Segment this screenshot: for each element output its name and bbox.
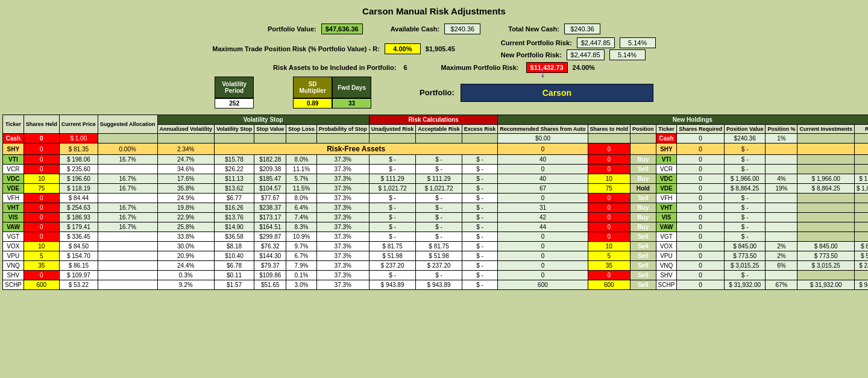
- cell-rec-shares: 44: [498, 222, 588, 232]
- table-row: VPU 5 $ 154.70 20.9% $10.40 $144.30 6.7%…: [3, 251, 869, 261]
- cell-accept-risk: $ 1,021.72: [416, 184, 462, 194]
- cell-shares-held: 0: [24, 143, 59, 155]
- cell-pos-val: $ 3,015.25: [724, 261, 766, 271]
- cell-position: Sell: [631, 251, 656, 261]
- cell-price: $ 109.97: [59, 271, 98, 280]
- cell-ticker2: VTI: [656, 155, 677, 165]
- cell-rec-shares: 0: [498, 251, 588, 261]
- cell-shares-hold: 35: [588, 261, 631, 271]
- cell-accept-risk: $ -: [416, 155, 462, 165]
- cell-price: $ 154.70: [59, 251, 98, 261]
- risk-assets-val: 6: [403, 64, 407, 71]
- col-stop-val: Stop Value: [254, 125, 286, 134]
- cell-shares-req: 0: [677, 155, 725, 165]
- cell-shares-req: 0: [677, 134, 725, 143]
- cell-pos-pct: 19%: [766, 184, 797, 194]
- cell-stop-val: $238.37: [254, 203, 286, 213]
- cell-risk: [854, 232, 868, 242]
- cell-stop-loss: [286, 134, 317, 143]
- cell-pos-pct: [766, 232, 797, 242]
- cell-pos-pct: [766, 271, 797, 280]
- cell-rec-shares: $0.00: [498, 134, 588, 143]
- cell-ann-vol: 0.3%: [157, 271, 214, 280]
- cell-sug-alloc: [98, 232, 157, 242]
- cell-stop-loss: 7.4%: [286, 213, 317, 222]
- max-trade-risk-pct: 4.00%: [385, 43, 421, 54]
- cell-vol-stop: [214, 134, 254, 143]
- cell-ann-vol: 2.34%: [157, 143, 214, 155]
- table-row: VCR 0 $ 235.60 34.6% $26.22 $209.38 11.1…: [3, 165, 869, 174]
- cell-shares-held: 75: [24, 184, 59, 194]
- cell-unadj-risk: $ 51.98: [369, 251, 416, 261]
- cell-price: $ 196.60: [59, 174, 98, 184]
- max-portfolio-risk-pct: 24.00%: [573, 64, 595, 71]
- cell-stop-loss: 5.7%: [286, 174, 317, 184]
- cell-vol-stop: $13.76: [214, 213, 254, 222]
- cell-unadj-risk: [369, 134, 416, 143]
- cell-unadj-risk: $ -: [369, 194, 416, 203]
- cell-excess-risk: $ -: [462, 194, 498, 203]
- cell-position: Buy: [631, 213, 656, 222]
- cell-unadj-risk: $ -: [369, 165, 416, 174]
- cell-ticker2: VFH: [656, 194, 677, 203]
- portfolio-value-label: Portfolio Value:: [268, 25, 316, 33]
- cell-shares-hold: 0: [588, 143, 631, 155]
- col-risk: Risk: [854, 125, 868, 134]
- fwd-days-val: 33: [332, 98, 371, 109]
- cell-position: Sell: [631, 280, 656, 290]
- cell-shares-hold: 5: [588, 251, 631, 261]
- cell-position: Sell: [631, 232, 656, 242]
- cell-vol-stop: $26.22: [214, 165, 254, 174]
- cell-prob-stop: 37.3%: [316, 280, 369, 290]
- cell-position: Sell: [631, 165, 656, 174]
- cell-shares-req: 0: [677, 280, 725, 290]
- cell-shares-hold: 600: [588, 280, 631, 290]
- table-row: VAW 0 $ 179.41 16.7% 25.8% $14.90 $164.5…: [3, 222, 869, 232]
- cell-stop-loss: 8.0%: [286, 155, 317, 165]
- page-title: Carson Manual Risk Adjustments: [0, 0, 868, 21]
- cell-shares-held: 10: [24, 242, 59, 251]
- cell-shares-held: 0: [24, 271, 59, 280]
- cell-curr-inv: [797, 271, 855, 280]
- cell-ticker: VNQ: [3, 261, 24, 271]
- cell-shares-hold: 0: [588, 232, 631, 242]
- cell-vol-stop: $6.77: [214, 194, 254, 203]
- cell-position: Buy: [631, 203, 656, 213]
- cell-ticker: VHT: [3, 203, 24, 213]
- cell-position: Sell: [631, 194, 656, 203]
- cell-unadj-risk: $ -: [369, 232, 416, 242]
- cell-ann-vol: 34.6%: [157, 165, 214, 174]
- cell-rec-shares: 0: [498, 194, 588, 203]
- cell-ticker2: VHT: [656, 203, 677, 213]
- cell-shares-req: 0: [677, 165, 725, 174]
- cell-pos-val: $ 1,966.00: [724, 174, 766, 184]
- cell-sug-alloc: 16.7%: [98, 222, 157, 232]
- cell-position: Buy: [631, 174, 656, 184]
- cell-ticker: VPU: [3, 251, 24, 261]
- sd-multiplier-header: SD Multiplier: [293, 77, 332, 98]
- cell-stop-val: $79.37: [254, 261, 286, 271]
- cell-accept-risk: [416, 134, 462, 143]
- cell-prob-stop: 37.3%: [316, 251, 369, 261]
- cell-unadj-risk: $ 943.89: [369, 280, 416, 290]
- cell-rec-shares: 40: [498, 155, 588, 165]
- cell-stop-loss: 8.3%: [286, 222, 317, 232]
- cell-shares-held: 0: [24, 232, 59, 242]
- cell-unadj-risk: $ -: [369, 155, 416, 165]
- cell-price: $ 118.19: [59, 184, 98, 194]
- available-cash-label: Available Cash:: [391, 25, 440, 33]
- col-curr-inv: Current Investments: [797, 125, 855, 134]
- cell-ticker2: SCHP: [656, 280, 677, 290]
- cell-shares-req: 0: [677, 242, 725, 251]
- cell-shares-hold: 75: [588, 184, 631, 194]
- col-suggested-alloc: Suggested Allocation: [98, 115, 157, 134]
- main-data-table: Ticker Shares Held Current Price Suggest…: [2, 115, 868, 290]
- cell-shares-hold: 10: [588, 242, 631, 251]
- cell-risk-free: Risk-Free Assets: [214, 143, 497, 155]
- cell-risk: [854, 194, 868, 203]
- cell-ann-vol: 35.8%: [157, 184, 214, 194]
- cell-prob-stop: 37.3%: [316, 174, 369, 184]
- cell-excess-risk: $ -: [462, 222, 498, 232]
- section-risk-calc: Risk Calculations: [369, 115, 498, 125]
- cell-position: Buy: [631, 222, 656, 232]
